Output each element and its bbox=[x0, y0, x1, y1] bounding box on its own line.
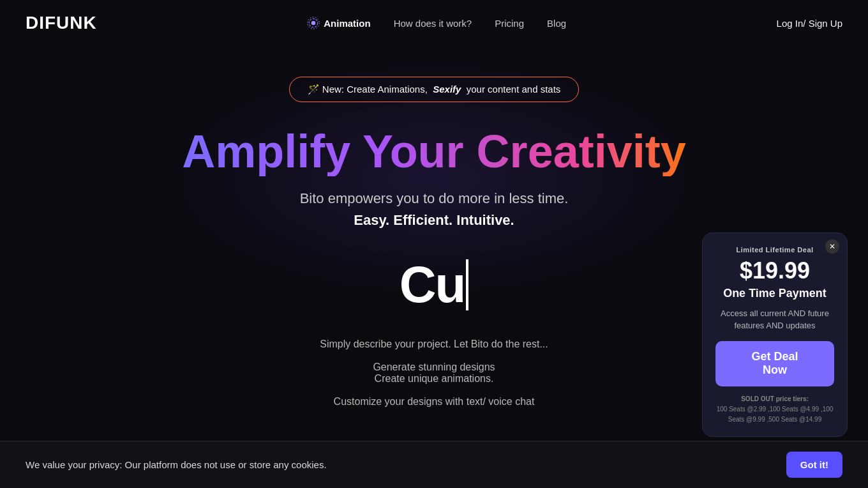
feature-generate-text: Generate stunning designs bbox=[373, 362, 495, 372]
cookie-banner: We value your privacy: Our platform does… bbox=[0, 441, 868, 488]
feature-customize: Customize your designs with text/ voice … bbox=[334, 396, 535, 408]
tagline: Easy. Efficient. Intuitive. bbox=[354, 212, 514, 229]
deal-popup: ✕ Limited Lifetime Deal $19.99 One Time … bbox=[702, 233, 848, 437]
nav-links: Animation How does it work? Pricing Blog bbox=[307, 17, 566, 29]
nav-link-pricing[interactable]: Pricing bbox=[495, 18, 524, 29]
cookie-accept-button[interactable]: Got it! bbox=[786, 452, 842, 478]
announcement-suffix: your content and stats bbox=[467, 84, 561, 95]
popup-tiers: SOLD OUT price tiers: 100 Seats @2.99 ,1… bbox=[715, 394, 834, 425]
popup-tiers-label: SOLD OUT price tiers: bbox=[741, 395, 809, 402]
animation-label: Animation bbox=[324, 18, 370, 29]
popup-cta-button[interactable]: Get DealNow bbox=[715, 341, 834, 386]
animation-icon bbox=[307, 17, 320, 29]
popup-badge: Limited Lifetime Deal bbox=[715, 246, 834, 254]
announcement-prefix: New: Create Animations, bbox=[322, 84, 428, 95]
typing-text: Cu bbox=[400, 255, 465, 314]
feature-animate-text: Create unique animations. bbox=[375, 373, 494, 384]
popup-payment-title: One Time Payment bbox=[715, 287, 834, 301]
navigation: DIFUNK Animation How does it work? Prici… bbox=[0, 0, 868, 46]
popup-close-button[interactable]: ✕ bbox=[825, 240, 839, 254]
main-headline: Amplify Your Creativity bbox=[182, 128, 686, 176]
announcement-brand: Sexify bbox=[433, 84, 461, 95]
cookie-text: We value your privacy: Our platform does… bbox=[26, 459, 327, 470]
cursor-bar bbox=[466, 259, 468, 310]
announcement-emoji: 🪄 bbox=[308, 84, 320, 95]
svg-point-0 bbox=[311, 21, 316, 26]
nav-link-how-it-works[interactable]: How does it work? bbox=[394, 18, 472, 29]
popup-price: $19.99 bbox=[715, 257, 834, 284]
features-list: Simply describe your project. Let Bito d… bbox=[320, 339, 548, 408]
subheadline: Bito empowers you to do more in less tim… bbox=[300, 190, 569, 207]
typing-display: Cu bbox=[400, 254, 469, 316]
feature-describe: Simply describe your project. Let Bito d… bbox=[320, 339, 548, 350]
popup-description: Access all current AND future features A… bbox=[715, 307, 834, 332]
nav-auth[interactable]: Log In/ Sign Up bbox=[777, 18, 842, 29]
announcement-pill: 🪄 New: Create Animations, Sexify your co… bbox=[289, 77, 580, 102]
nav-link-blog[interactable]: Blog bbox=[547, 18, 566, 29]
logo: DIFUNK bbox=[26, 13, 97, 33]
auth-label: Log In/ Sign Up bbox=[777, 18, 842, 29]
feature-generate: Generate stunning designs Create unique … bbox=[373, 362, 495, 385]
popup-tiers-detail: 100 Seats @2.99 ,100 Seats @4.99 ,100 Se… bbox=[717, 406, 834, 423]
nav-link-animation[interactable]: Animation bbox=[307, 17, 370, 29]
